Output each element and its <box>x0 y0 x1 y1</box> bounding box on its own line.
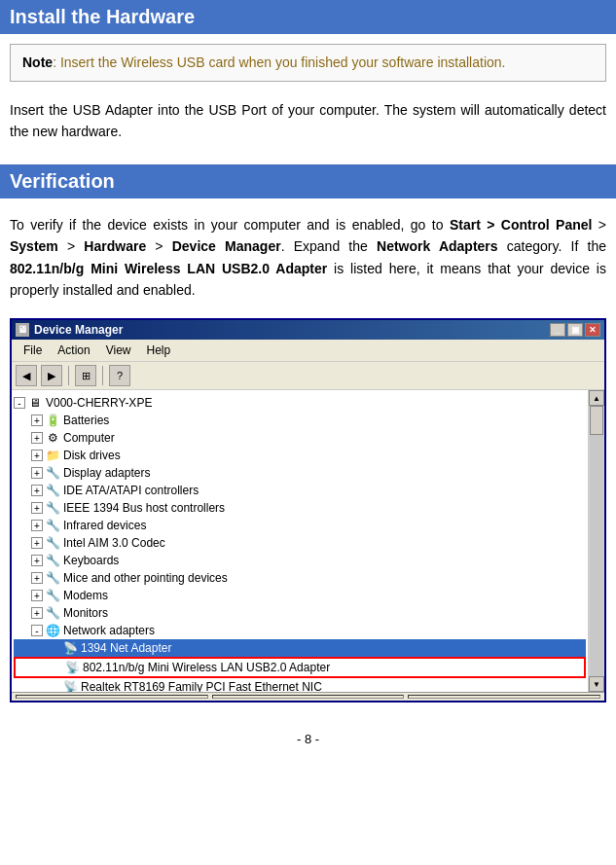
tree-item[interactable]: +🔧IEEE 1394 Bus host controllers <box>14 499 586 517</box>
dm-tree[interactable]: -🖥V000-CHERRY-XPE +🔋Batteries +⚙Computer… <box>12 390 589 692</box>
tree-expander[interactable]: + <box>31 537 43 549</box>
tree-expander[interactable]: + <box>31 607 43 619</box>
network-icon: 🌐 <box>45 623 60 638</box>
toolbar-back[interactable]: ◀ <box>16 365 37 386</box>
tree-item-label: Display adapters <box>63 466 150 480</box>
dm-statusbar <box>12 692 604 701</box>
tree-item-label: Mice and other pointing devices <box>63 571 228 585</box>
status-section2 <box>212 695 405 699</box>
tree-expander[interactable]: + <box>31 432 43 444</box>
minimize-button[interactable]: _ <box>550 323 565 337</box>
folder-icon: 📁 <box>45 448 60 463</box>
tree-item[interactable]: +🔧Modems <box>14 587 586 604</box>
menu-view[interactable]: View <box>98 342 139 359</box>
tree-indent <box>14 501 31 515</box>
dm-title-icon: 🖥 <box>16 323 29 337</box>
tree-item[interactable]: -🌐Network adapters <box>14 622 586 639</box>
tree-indent <box>14 641 49 655</box>
tree-item-label: V000-CHERRY-XPE <box>46 396 152 410</box>
install-section: Install the Hardware Note: Insert the Wi… <box>0 0 616 149</box>
menu-file[interactable]: File <box>16 342 50 359</box>
tree-expander[interactable]: - <box>31 625 43 636</box>
device-icon: 🔧 <box>45 553 60 568</box>
dm-scrollbar[interactable]: ▲ ▼ <box>589 390 604 692</box>
adapter-icon: 📡 <box>64 660 80 675</box>
tree-item[interactable]: +🔋Batteries <box>14 412 586 429</box>
tree-item[interactable]: +🔧Mice and other pointing devices <box>14 569 586 587</box>
toolbar-view[interactable]: ⊞ <box>75 365 96 386</box>
restore-button[interactable]: ▣ <box>567 323 583 337</box>
tree-expander[interactable]: + <box>31 520 43 531</box>
device-manager-bold: Device Manager <box>172 238 281 254</box>
tree-indent <box>14 680 49 692</box>
tree-item[interactable]: 📡802.11n/b/g Mini Wireless LAN USB2.0 Ad… <box>14 657 586 678</box>
tree-item[interactable]: 📡Realtek RT8169 Family PCI Fast Ethernet… <box>14 678 586 692</box>
tree-expander[interactable]: + <box>31 555 43 566</box>
start-bold: Start > <box>450 217 495 233</box>
tree-expander[interactable]: + <box>31 485 43 496</box>
tree-item-label: 1394 Net Adapter <box>81 641 171 655</box>
status-section3 <box>408 695 600 699</box>
scroll-up-button[interactable]: ▲ <box>589 390 604 406</box>
menu-action[interactable]: Action <box>50 342 97 359</box>
tree-expander[interactable]: + <box>31 502 43 514</box>
tree-item-label: IDE ATA/ATAPI controllers <box>63 484 199 497</box>
install-header: Install the Hardware <box>0 0 616 34</box>
device-icon: 🔧 <box>45 535 60 551</box>
toolbar-forward[interactable]: ▶ <box>41 365 62 386</box>
tree-indent <box>14 449 31 462</box>
install-body: Insert the USB Adapter into the USB Port… <box>0 93 616 149</box>
tree-item-label: Monitors <box>63 606 108 620</box>
menu-help[interactable]: Help <box>139 342 179 359</box>
tree-item[interactable]: +🔧Monitors <box>14 604 586 622</box>
tree-indent <box>14 589 31 602</box>
scroll-thumb[interactable] <box>590 406 603 435</box>
tree-indent <box>14 414 31 427</box>
tree-expander[interactable]: + <box>31 467 43 479</box>
tree-expander[interactable]: + <box>31 414 43 426</box>
tree-item[interactable]: +🔧IDE ATA/ATAPI controllers <box>14 482 586 499</box>
scroll-down-button[interactable]: ▼ <box>589 676 604 692</box>
dm-window-controls[interactable]: _ ▣ ✕ <box>550 323 600 337</box>
note-label: Note <box>22 54 53 70</box>
page-number: - 8 - <box>0 712 616 756</box>
tree-indent <box>16 661 51 674</box>
tree-item[interactable]: +🔧Infrared devices <box>14 517 586 534</box>
device-manager-window: 🖥 Device Manager _ ▣ ✕ File Action View … <box>10 318 606 703</box>
tree-indent <box>14 431 31 445</box>
hardware-bold: Hardware <box>84 238 146 254</box>
computer-icon: 🖥 <box>27 395 43 411</box>
chip-icon: ⚙ <box>45 430 60 446</box>
scroll-track <box>590 406 603 676</box>
verification-header: Verification <box>0 164 616 198</box>
device-icon: 🔧 <box>45 605 60 621</box>
dm-toolbar: ◀ ▶ ⊞ ? <box>12 362 604 390</box>
verification-section: Verification To verify if the device exi… <box>0 164 616 703</box>
tree-expander[interactable]: - <box>14 397 25 409</box>
tree-item[interactable]: +⚙Computer <box>14 429 586 447</box>
tree-item[interactable]: +🔧Intel AIM 3.0 Codec <box>14 534 586 552</box>
toolbar-help[interactable]: ? <box>109 365 130 386</box>
dm-content: -🖥V000-CHERRY-XPE +🔋Batteries +⚙Computer… <box>12 390 604 692</box>
tree-item-label: Infrared devices <box>63 519 146 532</box>
tree-indent <box>14 554 31 567</box>
tree-item-label: Computer <box>63 431 115 445</box>
tree-expander[interactable]: + <box>31 572 43 584</box>
tree-item[interactable]: +🔧Keyboards <box>14 552 586 569</box>
tree-item-label: Network adapters <box>63 624 155 637</box>
tree-item[interactable]: +📁Disk drives <box>14 447 586 464</box>
tree-expander[interactable]: + <box>31 450 43 461</box>
tree-item[interactable]: -🖥V000-CHERRY-XPE <box>14 394 586 412</box>
close-button[interactable]: ✕ <box>585 323 600 337</box>
control-panel-bold: Control Panel <box>501 217 593 233</box>
device-icon: 🔧 <box>45 465 60 481</box>
battery-icon: 🔋 <box>45 413 60 428</box>
device-icon: 🔧 <box>45 570 60 586</box>
tree-item[interactable]: 📡1394 Net Adapter <box>14 639 586 657</box>
tree-item-label: Modems <box>63 589 108 602</box>
note-box: Note: Insert the Wireless USB card when … <box>10 44 606 82</box>
tree-indent <box>14 519 31 532</box>
tree-item[interactable]: +🔧Display adapters <box>14 464 586 482</box>
tree-expander[interactable]: + <box>31 590 43 601</box>
dm-titlebar: 🖥 Device Manager _ ▣ ✕ <box>12 320 604 340</box>
